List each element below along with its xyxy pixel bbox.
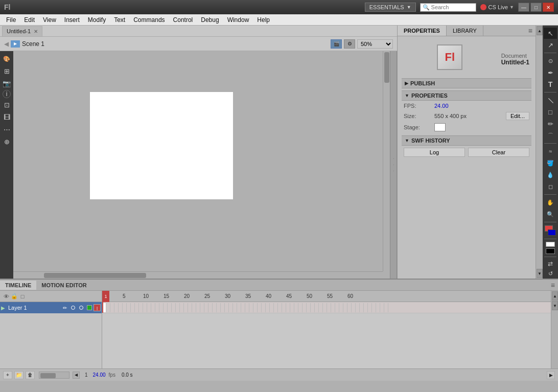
frame-cell-13[interactable] [151, 303, 155, 312]
strip-info-icon[interactable]: i [3, 90, 11, 98]
frame-cell-10[interactable] [139, 303, 143, 312]
frame-cell-39[interactable] [258, 303, 262, 312]
frame-cell-7[interactable] [127, 303, 131, 312]
frame-cell-14[interactable] [155, 303, 159, 312]
frame-cell-24[interactable] [196, 303, 200, 312]
clear-btn[interactable]: Clear [468, 148, 529, 157]
cs-live-btn[interactable]: CS Live ▼ [480, 4, 514, 10]
layer-1-row[interactable]: ▶ Layer 1 ✏ | [0, 302, 102, 313]
frame-cell-59[interactable] [339, 303, 343, 312]
frame-cell-18[interactable] [172, 303, 176, 312]
frames-area[interactable]: 1 5 10 15 20 25 30 35 40 45 50 55 60 [102, 291, 551, 368]
lock-icon[interactable]: 🔒 [10, 292, 18, 301]
frame-cell-64[interactable] [360, 303, 364, 312]
strip-transform-icon[interactable]: ⊡ [1, 99, 12, 110]
zoom-select[interactable]: 50% 25% 100% 200% [357, 39, 393, 49]
menu-file[interactable]: File [2, 15, 20, 25]
frame-cell-51[interactable] [307, 303, 311, 312]
frame-cell-33[interactable] [233, 303, 237, 312]
brush-tool-btn[interactable]: ⌒ [544, 130, 557, 141]
frame-cell-42[interactable] [270, 303, 274, 312]
frame-cell-58[interactable] [335, 303, 339, 312]
close-btn[interactable]: ✕ [543, 3, 554, 12]
strip-camera-icon[interactable]: 📷 [1, 78, 12, 89]
menu-commands[interactable]: Commands [129, 15, 169, 25]
frame-cell-66[interactable] [368, 303, 372, 312]
ink-tool-btn[interactable]: ≈ [544, 146, 557, 157]
frame-cell-56[interactable] [327, 303, 331, 312]
frame-cell-44[interactable] [278, 303, 282, 312]
layer-dot2-icon[interactable] [78, 304, 85, 311]
frame-cell-16[interactable] [164, 303, 168, 312]
frame-cell-3[interactable] [110, 303, 114, 312]
frame-cell-62[interactable] [352, 303, 356, 312]
search-input[interactable] [431, 4, 472, 10]
frame-cell-45[interactable] [282, 303, 286, 312]
frame-cell-21[interactable] [184, 303, 188, 312]
fps-value[interactable]: 24.00 [434, 103, 449, 109]
frame-cell-28[interactable] [213, 303, 217, 312]
strip-color-icon[interactable]: 🎨 [1, 53, 12, 64]
frame-cell-63[interactable] [356, 303, 360, 312]
frame-cell-55[interactable] [323, 303, 327, 312]
swf-history-header[interactable]: ▼ SWF HISTORY [402, 135, 531, 146]
subselect-tool-btn[interactable]: ↗ [544, 39, 557, 51]
frame-cell-35[interactable] [241, 303, 245, 312]
frame-cell-30[interactable] [221, 303, 225, 312]
pencil-tool-btn[interactable]: ✏ [544, 118, 557, 129]
eye-icon[interactable]: 👁 [2, 292, 10, 301]
white-swatch[interactable] [546, 242, 555, 247]
timeline-hscroll[interactable] [39, 372, 69, 379]
strip-grid-icon[interactable]: ⊞ [1, 65, 12, 77]
scroll-down-btn[interactable]: ▼ [537, 269, 543, 278]
frame-cell-9[interactable] [135, 303, 139, 312]
outline-icon[interactable]: □ [18, 292, 27, 301]
frame-cell-8[interactable] [131, 303, 135, 312]
frame-cell-43[interactable] [274, 303, 278, 312]
layer-dot-icon[interactable] [69, 304, 77, 311]
new-layer-btn[interactable]: + [3, 371, 12, 379]
hand-tool-btn[interactable]: ✋ [544, 197, 557, 208]
pen-tool-btn[interactable]: ✒ [544, 67, 557, 78]
frame-cell-38[interactable] [253, 303, 258, 312]
frame-cell-52[interactable] [311, 303, 315, 312]
layer-square-icon[interactable] [86, 304, 93, 311]
frame-cell-40[interactable] [262, 303, 266, 312]
maximize-btn[interactable]: □ [530, 3, 542, 12]
frame-cell-25[interactable] [200, 303, 204, 312]
frame-cell-15[interactable] [159, 303, 164, 312]
frame-cell-61[interactable] [347, 303, 352, 312]
tl-scroll-left[interactable]: ◀ [73, 372, 80, 379]
vscroll-thumb[interactable] [384, 52, 389, 83]
frame-cell-2[interactable] [106, 303, 110, 312]
frame-cell-67[interactable] [372, 303, 376, 312]
frame-cell-49[interactable] [298, 303, 303, 312]
menu-insert[interactable]: Insert [60, 15, 84, 25]
menu-control[interactable]: Control [169, 15, 197, 25]
tl-scroll-down[interactable]: ▼ [552, 301, 558, 310]
canvas-hscroll[interactable] [13, 271, 383, 279]
frame-cell-22[interactable] [188, 303, 192, 312]
stage-color-swatch[interactable] [434, 123, 446, 131]
delete-layer-btn[interactable]: 🗑 [26, 371, 35, 379]
frame-cell-48[interactable] [294, 303, 298, 312]
frame-cell-31[interactable] [225, 303, 229, 312]
fill-color-swatch[interactable] [548, 229, 556, 236]
tl-scroll-up[interactable]: ▲ [552, 291, 558, 301]
hscroll-thumb[interactable] [44, 273, 146, 278]
paint-bucket-btn[interactable]: 🪣 [544, 157, 557, 169]
eyedropper-btn[interactable]: 💧 [544, 169, 557, 180]
frame-cell-68[interactable] [376, 303, 380, 312]
log-btn[interactable]: Log [404, 148, 465, 157]
frame-cell-23[interactable] [192, 303, 196, 312]
frame-cell-57[interactable] [331, 303, 335, 312]
timeline-menu-icon[interactable]: ≡ [548, 281, 558, 289]
scroll-right-btn[interactable]: ▶ [547, 371, 555, 379]
layer-edit-icon[interactable]: ✏ [61, 304, 68, 311]
search-box[interactable]: 🔍 [420, 3, 476, 12]
timeline-vscroll[interactable]: ▲ ▼ [551, 291, 558, 368]
panel-resize-handle[interactable]: · · · [390, 51, 397, 279]
menu-text[interactable]: Text [110, 15, 129, 25]
strip-film-icon[interactable]: 🎞 [1, 111, 12, 123]
frame-cell-19[interactable] [176, 303, 180, 312]
